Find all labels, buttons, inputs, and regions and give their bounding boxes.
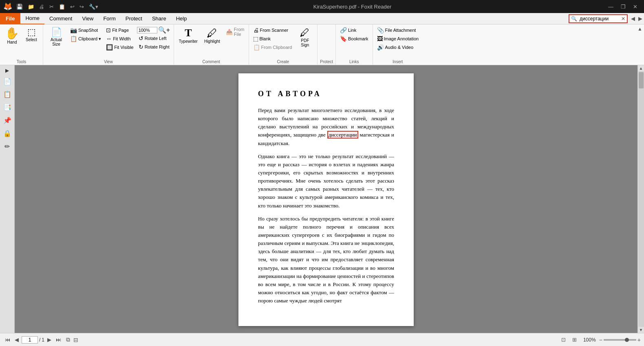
from-file-label: FromFile xyxy=(234,27,245,37)
scroll-up-button[interactable]: ▲ xyxy=(638,65,644,71)
single-page-view-button[interactable]: ⊡ xyxy=(560,336,567,344)
close-button[interactable]: ✕ xyxy=(630,2,641,11)
redo-icon[interactable]: ↪ xyxy=(78,3,86,11)
zoom-input[interactable] xyxy=(137,27,157,33)
blank-button[interactable]: ⬚ Blank xyxy=(251,35,294,43)
bookmark-button[interactable]: 🔖 Bookmark xyxy=(338,35,370,43)
home-menu-item[interactable]: Home xyxy=(20,13,44,24)
fit-page-button[interactable]: ⊡ Fit Page xyxy=(104,26,135,34)
zoom-out-button[interactable]: − xyxy=(599,337,602,343)
from-clipboard-label: From Clipboard xyxy=(261,45,292,50)
actual-size-icon: 📄 xyxy=(51,28,62,37)
zoom-slider[interactable] xyxy=(604,339,636,341)
current-page-input[interactable] xyxy=(22,336,38,344)
restore-button[interactable]: ❒ xyxy=(618,2,629,11)
hand-tool-button[interactable]: ✋ Hand xyxy=(2,26,22,55)
prev-page-button[interactable]: ◀ xyxy=(13,336,20,344)
image-annotation-icon: 🖼 xyxy=(377,35,383,42)
select-icon: ⬚ xyxy=(27,28,36,37)
security-panel-button[interactable]: 🔒 xyxy=(1,127,13,139)
paste-icon[interactable]: 📋 xyxy=(57,3,67,11)
tools-content: ✋ Hand ⬚ Select xyxy=(2,26,40,59)
continuous-view-button[interactable]: ⊞ xyxy=(571,336,578,344)
sidebar-collapse-arrow[interactable]: ▶ xyxy=(4,67,10,74)
fit-width-button[interactable]: ↔ Fit Width xyxy=(104,35,135,43)
signatures-panel-button[interactable]: ✏ xyxy=(1,140,13,152)
link-button[interactable]: 🔗 Link xyxy=(338,26,370,34)
last-page-button[interactable]: ⏭ xyxy=(54,336,63,344)
fit-page-label: Fit Page xyxy=(112,28,129,33)
settings-icon[interactable]: 🔧▾ xyxy=(87,3,100,11)
from-scanner-button[interactable]: 🖨 From Scanner xyxy=(251,26,294,34)
comments-panel-button[interactable]: 📌 xyxy=(1,114,13,126)
protect-menu-item[interactable]: Protect xyxy=(121,13,147,24)
typewriter-icon: T xyxy=(185,28,192,38)
bookmarks-panel-button[interactable]: 📋 xyxy=(1,88,13,100)
screenshot-button[interactable]: ⊟ xyxy=(73,337,78,343)
scroll-down-button[interactable]: ▼ xyxy=(638,327,644,333)
help-menu-item[interactable]: Help xyxy=(171,13,192,24)
actual-size-button[interactable]: 📄 ActualSize xyxy=(46,26,67,55)
nav-prev-button[interactable]: ◀ xyxy=(629,15,637,22)
file-attachment-button[interactable]: 📎 File Attachment xyxy=(375,26,421,34)
ribbon-group-view: 📄 ActualSize 📷 SnapShot 📋 Clipboard ▾ ⊡ … xyxy=(43,24,174,65)
insert-content: 📎 File Attachment 🖼 Image Annotation 🔊 A… xyxy=(375,26,421,59)
comment-menu-item[interactable]: Comment xyxy=(44,13,77,24)
search-icon: 🔍 xyxy=(569,16,579,22)
rotate-right-button[interactable]: ↻ Rotate Right xyxy=(137,43,171,51)
clipboard-button[interactable]: 📋 Clipboard ▾ xyxy=(68,35,103,43)
zoom-slider-thumb[interactable] xyxy=(625,338,629,342)
search-clear-button[interactable]: ✕ xyxy=(620,16,627,22)
scroll-track[interactable] xyxy=(638,71,644,327)
protect-content xyxy=(320,26,333,59)
first-page-button[interactable]: ⏮ xyxy=(3,336,12,344)
page-separator: / xyxy=(39,337,40,343)
layers-panel-button[interactable]: 📑 xyxy=(1,101,13,113)
ribbon-collapse-button[interactable]: ▲ xyxy=(637,24,644,65)
view-group-label: View xyxy=(46,59,171,65)
audio-video-button[interactable]: 🔊 Audio & Video xyxy=(375,43,421,51)
typewriter-button[interactable]: T Typewriter xyxy=(176,26,200,55)
search-input[interactable] xyxy=(579,16,620,22)
page-copy-button[interactable]: ⧉ xyxy=(66,336,70,343)
next-page-button[interactable]: ▶ xyxy=(46,336,53,344)
document-area: ОТ АВТОРА Перед вами результат многолетн… xyxy=(15,65,637,333)
zoom-in-button[interactable]: + xyxy=(637,337,641,343)
fit-visible-button[interactable]: 🔲 Fit Visible xyxy=(104,43,135,51)
file-menu-button[interactable]: File xyxy=(0,13,20,24)
minimize-button[interactable]: — xyxy=(605,2,617,11)
vertical-scrollbar[interactable]: ▲ ▼ xyxy=(637,65,644,333)
paragraph-1: Перед вами результат многолетнего исслед… xyxy=(258,106,394,148)
save-icon[interactable]: 💾 xyxy=(15,3,24,11)
create-small-col: 🖨 From Scanner ⬚ Blank 📋 From Clipboard xyxy=(251,26,294,51)
snapshot-button[interactable]: 📷 SnapShot xyxy=(68,26,103,34)
audio-video-icon: 🔊 xyxy=(377,44,384,51)
open-icon[interactable]: 📁 xyxy=(26,3,36,11)
app-logo: 🦊 xyxy=(3,2,12,11)
scroll-thumb[interactable] xyxy=(639,72,644,88)
zoom-in-icon[interactable]: 🔍+ xyxy=(158,26,170,34)
print-icon[interactable]: 🖨 xyxy=(37,3,46,11)
view-menu-item[interactable]: View xyxy=(77,13,98,24)
menu-bar: File Home Comment View Form Protect Shar… xyxy=(0,13,644,24)
from-clipboard-icon: 📋 xyxy=(253,44,260,51)
document-page: ОТ АВТОРА Перед вами результат многолетн… xyxy=(238,73,414,326)
pdf-sign-button[interactable]: 🖊 PDFSign xyxy=(295,26,315,55)
image-annotation-button[interactable]: 🖼 Image Annotation xyxy=(375,35,421,43)
share-menu-item[interactable]: Share xyxy=(147,13,171,24)
highlight-button[interactable]: 🖊 Highlight xyxy=(202,26,223,55)
rotate-left-button[interactable]: ↺ Rotate Left xyxy=(137,34,171,42)
zoom-level-label: 100% xyxy=(583,337,596,343)
clipboard-icon: 📋 xyxy=(70,35,77,42)
select-tool-button[interactable]: ⬚ Select xyxy=(22,26,40,55)
from-clipboard-button[interactable]: 📋 From Clipboard xyxy=(251,43,294,51)
form-menu-item[interactable]: Form xyxy=(98,13,120,24)
document-title: ОТ АВТОРА xyxy=(258,90,394,98)
zoom-box: 🔍+ xyxy=(137,26,171,34)
from-file-button[interactable]: 📤 FromFile xyxy=(224,26,246,37)
hand-icon: ✋ xyxy=(5,28,19,39)
nav-next-button[interactable]: ▶ xyxy=(637,15,644,22)
cut-icon[interactable]: ✂ xyxy=(48,3,55,11)
thumbnails-panel-button[interactable]: 📄 xyxy=(1,75,13,87)
undo-icon[interactable]: ↩ xyxy=(68,3,76,11)
